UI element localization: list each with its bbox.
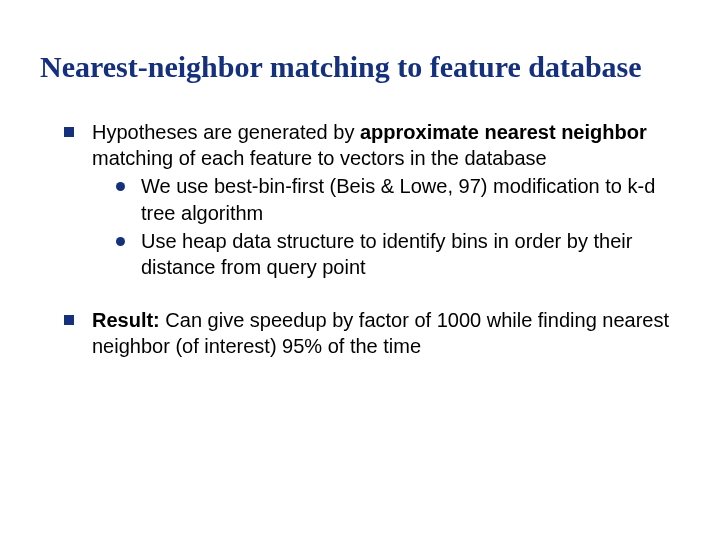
text-run: Can give speedup by factor of 1000 while… bbox=[92, 309, 669, 357]
bullet-level2: We use best-bin-first (Beis & Lowe, 97) … bbox=[116, 173, 680, 226]
bullet-text: Hypotheses are generated by approximate … bbox=[92, 119, 680, 281]
bullet-level1: Hypotheses are generated by approximate … bbox=[64, 119, 680, 281]
text-run: Hypotheses are generated by bbox=[92, 121, 360, 143]
text-run-bold: Result: bbox=[92, 309, 160, 331]
bullet-text: Result: Can give speedup by factor of 10… bbox=[92, 307, 680, 360]
bullet-text: Use heap data structure to identify bins… bbox=[141, 228, 680, 281]
text-run-bold: approximate nearest neighbor bbox=[360, 121, 647, 143]
square-bullet-icon bbox=[64, 127, 74, 137]
slide-title: Nearest-neighbor matching to feature dat… bbox=[40, 50, 680, 85]
bullet-level1: Result: Can give speedup by factor of 10… bbox=[64, 307, 680, 360]
text-run: matching of each feature to vectors in t… bbox=[92, 147, 547, 169]
bullet-text: We use best-bin-first (Beis & Lowe, 97) … bbox=[141, 173, 680, 226]
circle-bullet-icon bbox=[116, 182, 125, 191]
square-bullet-icon bbox=[64, 315, 74, 325]
slide-body: Hypotheses are generated by approximate … bbox=[64, 119, 680, 360]
circle-bullet-icon bbox=[116, 237, 125, 246]
slide: Nearest-neighbor matching to feature dat… bbox=[0, 0, 720, 540]
bullet-level2: Use heap data structure to identify bins… bbox=[116, 228, 680, 281]
